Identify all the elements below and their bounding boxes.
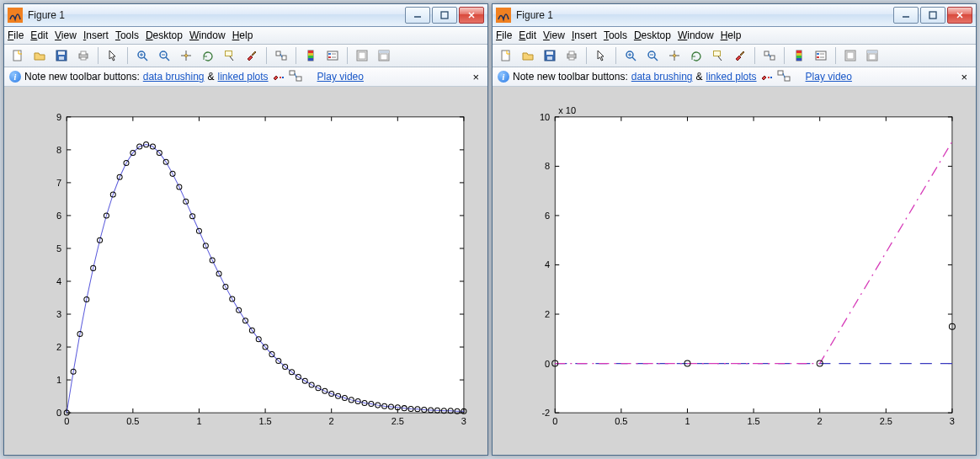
info-link-linkedplots[interactable]: linked plots bbox=[706, 71, 757, 83]
zoom-in-icon[interactable] bbox=[620, 45, 641, 66]
info-link-play[interactable]: Play video bbox=[317, 71, 364, 83]
menubar: FileEditViewInsertToolsDesktopWindowHelp bbox=[493, 27, 976, 45]
zoom-in-icon[interactable] bbox=[132, 45, 152, 66]
toolbar bbox=[493, 45, 976, 67]
menu-view[interactable]: View bbox=[543, 29, 565, 41]
svg-rect-165 bbox=[816, 51, 826, 60]
svg-text:2: 2 bbox=[818, 416, 823, 426]
menu-insert[interactable]: Insert bbox=[83, 29, 109, 41]
open-folder-icon[interactable] bbox=[29, 45, 50, 66]
svg-rect-157 bbox=[714, 51, 721, 56]
open-folder-icon[interactable] bbox=[518, 45, 538, 66]
new-doc-icon[interactable] bbox=[8, 45, 28, 66]
hide-tools-icon[interactable] bbox=[840, 45, 860, 66]
titlebar[interactable]: Figure 1 bbox=[493, 4, 976, 27]
save-icon[interactable] bbox=[540, 45, 560, 66]
toolbar bbox=[4, 45, 487, 67]
svg-text:8: 8 bbox=[545, 161, 550, 171]
brush-icon[interactable] bbox=[730, 45, 750, 66]
minimize-button[interactable] bbox=[893, 7, 919, 24]
svg-rect-14 bbox=[282, 56, 286, 60]
svg-rect-158 bbox=[764, 51, 769, 56]
info-link-play[interactable]: Play video bbox=[806, 71, 852, 83]
legend-icon[interactable] bbox=[811, 45, 831, 66]
info-link-linkedplots[interactable]: linked plots bbox=[218, 71, 269, 83]
svg-rect-28 bbox=[280, 77, 281, 78]
info-close-icon[interactable]: × bbox=[957, 71, 971, 83]
menu-tools[interactable]: Tools bbox=[115, 29, 139, 41]
info-link-brushing[interactable]: data brushing bbox=[143, 71, 205, 83]
brush-mini-icon bbox=[760, 71, 774, 83]
svg-rect-29 bbox=[282, 77, 284, 78]
menu-help[interactable]: Help bbox=[721, 29, 742, 41]
svg-text:1.5: 1.5 bbox=[258, 416, 271, 426]
svg-text:7: 7 bbox=[56, 178, 61, 188]
svg-rect-13 bbox=[276, 51, 280, 56]
svg-text:2.5: 2.5 bbox=[880, 416, 892, 426]
maximize-button[interactable] bbox=[920, 7, 945, 24]
pan-icon[interactable] bbox=[176, 45, 196, 66]
menu-edit[interactable]: Edit bbox=[519, 29, 536, 41]
pointer-icon[interactable] bbox=[591, 45, 611, 66]
menu-file[interactable]: File bbox=[496, 29, 512, 41]
svg-text:0: 0 bbox=[545, 359, 550, 369]
menu-desktop[interactable]: Desktop bbox=[146, 29, 183, 41]
info-link-brushing[interactable]: data brushing bbox=[631, 71, 693, 83]
toolbar-separator bbox=[586, 47, 587, 64]
brush-icon[interactable] bbox=[242, 45, 262, 66]
pan-icon[interactable] bbox=[664, 45, 684, 66]
colorbar-icon[interactable] bbox=[789, 45, 809, 66]
save-icon[interactable] bbox=[51, 45, 72, 66]
print-icon[interactable] bbox=[562, 45, 582, 66]
svg-rect-20 bbox=[328, 51, 338, 60]
svg-text:5: 5 bbox=[56, 243, 61, 254]
link-plots-icon[interactable] bbox=[759, 45, 780, 66]
menu-window[interactable]: Window bbox=[189, 29, 226, 41]
zoom-out-icon[interactable] bbox=[154, 45, 174, 66]
svg-rect-167 bbox=[817, 56, 819, 58]
minimize-button[interactable] bbox=[405, 7, 430, 24]
svg-text:1: 1 bbox=[56, 375, 61, 385]
svg-text:2: 2 bbox=[329, 416, 334, 426]
menu-edit[interactable]: Edit bbox=[30, 29, 48, 41]
link-plots-icon[interactable] bbox=[271, 45, 291, 66]
colorbar-icon[interactable] bbox=[301, 45, 321, 66]
new-doc-icon[interactable] bbox=[496, 45, 516, 66]
maximize-button[interactable] bbox=[432, 7, 457, 24]
show-tools-icon[interactable] bbox=[374, 45, 394, 66]
info-close-icon[interactable]: × bbox=[469, 71, 482, 83]
app-icon bbox=[8, 8, 23, 23]
data-cursor-icon[interactable] bbox=[220, 45, 240, 66]
menu-help[interactable]: Help bbox=[232, 29, 253, 41]
pointer-icon[interactable] bbox=[103, 45, 123, 66]
svg-rect-177 bbox=[555, 117, 952, 413]
info-icon: i bbox=[498, 71, 509, 83]
svg-rect-163 bbox=[796, 56, 802, 58]
rotate-icon[interactable] bbox=[198, 45, 218, 66]
menu-file[interactable]: File bbox=[8, 29, 24, 41]
legend-icon[interactable] bbox=[322, 45, 343, 66]
svg-rect-7 bbox=[81, 51, 86, 55]
svg-rect-4 bbox=[58, 51, 65, 55]
print-icon[interactable] bbox=[73, 45, 93, 66]
menu-view[interactable]: View bbox=[55, 29, 77, 41]
close-button[interactable] bbox=[947, 7, 972, 24]
menu-window[interactable]: Window bbox=[678, 29, 714, 41]
show-tools-icon[interactable] bbox=[862, 45, 882, 66]
menu-tools[interactable]: Tools bbox=[604, 29, 627, 41]
zoom-out-icon[interactable] bbox=[642, 45, 663, 66]
close-button[interactable] bbox=[459, 7, 484, 24]
hide-tools-icon[interactable] bbox=[352, 45, 372, 66]
menu-desktop[interactable]: Desktop bbox=[634, 29, 671, 41]
svg-text:6: 6 bbox=[545, 211, 550, 221]
menu-insert[interactable]: Insert bbox=[572, 29, 597, 41]
titlebar[interactable]: Figure 1 bbox=[4, 4, 487, 27]
svg-text:2.5: 2.5 bbox=[391, 416, 404, 426]
toolbar-separator bbox=[347, 47, 348, 64]
rotate-icon[interactable] bbox=[686, 45, 706, 66]
svg-rect-1 bbox=[441, 12, 448, 19]
data-cursor-icon[interactable] bbox=[708, 45, 728, 66]
svg-rect-8 bbox=[81, 57, 86, 60]
info-ampersand: & bbox=[696, 71, 703, 83]
info-icon: i bbox=[9, 71, 21, 83]
